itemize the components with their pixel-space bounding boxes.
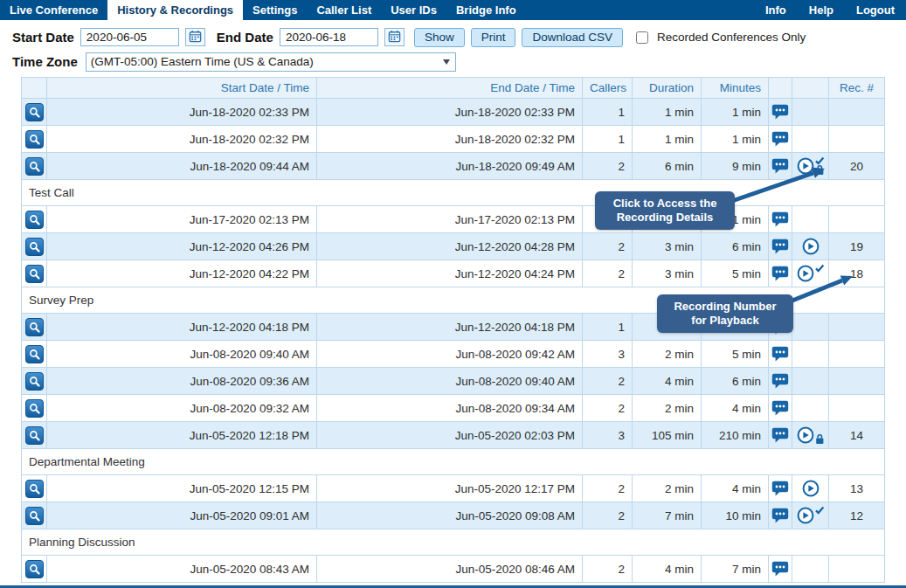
- start-datetime-cell: Jun-08-2020 09:32 AM: [47, 395, 317, 422]
- show-button[interactable]: Show: [414, 28, 465, 47]
- conference-row: Jun-18-2020 09:44 AMJun-18-2020 09:49 AM…: [22, 153, 885, 180]
- details-cell: [22, 475, 47, 502]
- callers-cell: 3: [583, 341, 633, 368]
- play-recording-icon[interactable]: [801, 479, 820, 498]
- minutes-cell: 7 min: [702, 556, 769, 583]
- conference-notes-icon[interactable]: [771, 481, 789, 496]
- view-details-icon[interactable]: [25, 157, 44, 176]
- rec-number-cell: [829, 206, 885, 233]
- nav-link-logout[interactable]: Logout: [845, 0, 906, 20]
- end-date-calendar-button[interactable]: [384, 28, 405, 46]
- end-datetime-cell: Jun-05-2020 09:08 AM: [317, 502, 583, 529]
- tab-history-recordings[interactable]: History & Recordings: [107, 0, 243, 20]
- play-cell: [792, 126, 829, 153]
- chat-cell: [769, 206, 792, 233]
- conference-notes-icon[interactable]: [771, 211, 789, 227]
- tab-caller-list[interactable]: Caller List: [307, 0, 381, 20]
- conference-notes-icon[interactable]: [771, 561, 789, 577]
- play-cell: [792, 206, 829, 233]
- chat-cell: [769, 395, 792, 422]
- start-datetime-cell: Jun-12-2020 04:26 PM: [47, 233, 317, 260]
- download-csv-button[interactable]: Download CSV: [522, 28, 623, 47]
- view-details-icon[interactable]: [25, 238, 44, 256]
- view-details-icon[interactable]: [25, 211, 44, 229]
- view-details-icon[interactable]: [25, 372, 44, 391]
- conference-notes-icon[interactable]: [771, 400, 789, 416]
- view-details-icon[interactable]: [25, 480, 44, 498]
- view-details-icon[interactable]: [25, 345, 44, 363]
- nav-tabs: Live ConferenceHistory & RecordingsSetti…: [0, 0, 526, 20]
- nav-link-help[interactable]: Help: [798, 0, 845, 20]
- calendar-icon: [388, 30, 401, 45]
- col-header-start: Start Date / Time: [47, 78, 317, 99]
- details-cell: [22, 260, 47, 287]
- details-cell: [22, 422, 47, 449]
- minutes-cell: 1 min: [702, 99, 769, 126]
- play-cell: [792, 395, 829, 422]
- group-label: Planning Discussion: [22, 529, 885, 556]
- conference-notes-icon[interactable]: [771, 131, 789, 147]
- callers-cell: 2: [583, 368, 633, 395]
- conference-notes-icon[interactable]: [771, 427, 789, 443]
- col-header-rec: Rec. #: [829, 78, 885, 99]
- rec-number-cell: 14: [829, 422, 885, 449]
- callers-cell: 2: [583, 502, 633, 529]
- view-details-icon[interactable]: [25, 265, 44, 283]
- view-details-icon[interactable]: [25, 560, 44, 578]
- details-cell: [22, 314, 47, 341]
- filter-bar: Start Date End Date Show Print Download …: [12, 27, 806, 47]
- end-date-label: End Date: [217, 30, 273, 45]
- start-date-input[interactable]: [80, 28, 179, 46]
- nav-right-links: InfoHelpLogout: [754, 0, 906, 20]
- play-cell: [792, 422, 829, 449]
- tab-user-ids[interactable]: User IDs: [381, 0, 446, 20]
- col-header-callers: Callers: [583, 78, 633, 99]
- play-recording-listened-icon[interactable]: [796, 506, 825, 525]
- view-details-icon[interactable]: [25, 103, 44, 121]
- conference-row: Jun-17-2020 02:13 PMJun-17-2020 02:13 PM…: [22, 206, 885, 233]
- rec-number-cell: 20: [829, 153, 885, 180]
- view-details-icon[interactable]: [25, 507, 44, 525]
- timezone-bar: Time Zone (GMT-05:00) Eastern Time (US &…: [12, 52, 456, 72]
- minutes-cell: 4 min: [702, 475, 769, 502]
- table-header-row: Start Date / Time End Date / Time Caller…: [22, 78, 885, 99]
- conference-notes-icon[interactable]: [771, 266, 789, 281]
- conference-group-row: Planning Discussion: [22, 529, 885, 556]
- play-cell: [792, 502, 829, 529]
- duration-cell: 1 min: [633, 99, 702, 126]
- view-details-icon[interactable]: [25, 318, 44, 336]
- time-zone-select[interactable]: (GMT-05:00) Eastern Time (US & Canada): [86, 52, 456, 72]
- minutes-cell: 5 min: [702, 341, 769, 368]
- callers-cell: 2: [583, 260, 633, 287]
- recorded-only-checkbox[interactable]: [636, 31, 648, 44]
- conference-row: Jun-05-2020 12:15 PMJun-05-2020 12:17 PM…: [22, 475, 885, 502]
- duration-cell: 7 min: [633, 502, 702, 529]
- conference-notes-icon[interactable]: [771, 104, 789, 120]
- recorded-only-label[interactable]: Recorded Conferences Only: [657, 31, 806, 44]
- play-recording-icon[interactable]: [801, 237, 820, 256]
- col-header-end: End Date / Time: [317, 78, 583, 99]
- col-header-play: [792, 78, 829, 99]
- end-datetime-cell: Jun-18-2020 02:32 PM: [317, 126, 583, 153]
- conference-notes-icon[interactable]: [771, 373, 789, 389]
- view-details-icon[interactable]: [25, 130, 44, 149]
- conference-notes-icon[interactable]: [771, 158, 789, 174]
- play-recording-locked-icon[interactable]: [796, 425, 825, 445]
- view-details-icon[interactable]: [25, 399, 44, 418]
- end-date-input[interactable]: [280, 28, 378, 46]
- nav-link-info[interactable]: Info: [754, 0, 798, 20]
- conference-row: Jun-08-2020 09:36 AMJun-08-2020 09:40 AM…: [22, 368, 885, 395]
- rec-number-cell: [829, 341, 885, 368]
- tab-bridge-info[interactable]: Bridge Info: [446, 0, 526, 20]
- play-recording-listened-icon[interactable]: [796, 264, 825, 283]
- tab-settings[interactable]: Settings: [243, 0, 307, 20]
- conference-notes-icon[interactable]: [771, 508, 789, 523]
- view-details-icon[interactable]: [25, 426, 44, 445]
- tab-live-conference[interactable]: Live Conference: [0, 0, 107, 20]
- conference-notes-icon[interactable]: [771, 239, 789, 254]
- chat-cell: [769, 99, 792, 126]
- start-date-calendar-button[interactable]: [185, 28, 205, 46]
- print-button[interactable]: Print: [471, 28, 516, 47]
- conference-notes-icon[interactable]: [771, 346, 789, 362]
- play-recording-locked-listened-icon[interactable]: [796, 156, 825, 176]
